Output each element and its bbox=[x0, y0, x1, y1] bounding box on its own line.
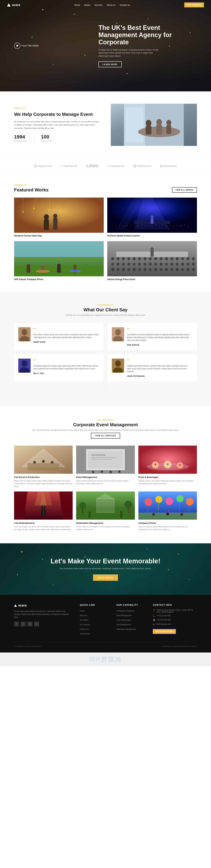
service-name-4: Live Entertainment bbox=[14, 522, 72, 524]
play-video-button[interactable]: PLAY THE VIDEO bbox=[14, 42, 39, 49]
nav-services[interactable]: Services bbox=[94, 4, 102, 6]
svg-rect-51 bbox=[151, 218, 153, 224]
svg-point-74 bbox=[144, 257, 146, 260]
testimonials-label: TESTIMONIALS bbox=[14, 304, 197, 306]
footer-cap-food[interactable]: Food & Beverages bbox=[116, 619, 131, 621]
navbar-cta-button[interactable]: GET A QUOTE bbox=[184, 2, 204, 7]
partner-logo-1: ⊙ logolpsum bbox=[34, 164, 52, 167]
svg-point-193 bbox=[152, 513, 155, 516]
testimonial-name-2: ANA GRACE bbox=[127, 344, 193, 346]
stat-established: 1994 ESTABLISHED bbox=[14, 134, 27, 142]
service-card-5[interactable]: Destination Management Auctor vitae non … bbox=[76, 492, 135, 531]
cta-quote-button[interactable]: GET A QUOTE bbox=[93, 575, 118, 581]
navbar: acara Home Works Services About Us Conta… bbox=[0, 0, 211, 10]
svg-point-92 bbox=[154, 262, 157, 266]
nav-links: Home Works Services About Us Contact Us bbox=[74, 3, 130, 6]
footer-cap-management[interactable]: Event Management bbox=[116, 615, 132, 616]
testimonial-card-4: " Habitant eget tellus euismod, interdum… bbox=[108, 354, 197, 381]
svg-point-176 bbox=[79, 502, 86, 509]
portfolio-item-4[interactable]: Delican Energy Press Event bbox=[107, 241, 197, 281]
brand-logo[interactable]: acara bbox=[7, 3, 20, 7]
portfolio-item-3[interactable]: APA Classic Company Picnic bbox=[14, 241, 104, 281]
service-card-3[interactable]: Food & Beverages Habitant mauris, rem al… bbox=[139, 445, 197, 488]
cta-title: Let's Make Your Event Memorable! bbox=[14, 557, 197, 565]
partner-logo-4: ✦ logolpsum bbox=[107, 164, 124, 168]
hero-learn-more-button[interactable]: LEARN MORE bbox=[98, 61, 122, 67]
testimonials-subtitle: Lobortis arcu ut suspendisse arcu egesta… bbox=[14, 314, 197, 316]
portfolio-image-3 bbox=[14, 241, 104, 276]
cta-banner: Let's Make Your Event Memorable! Non con… bbox=[0, 543, 211, 595]
svg-point-69 bbox=[117, 257, 119, 260]
footer-email-text: info@example.com bbox=[156, 623, 171, 625]
portfolio-item-2[interactable]: Eroforce Global Product Launch bbox=[107, 197, 197, 238]
portfolio-caption-3: APA Classic Company Picnic bbox=[14, 276, 104, 281]
svg-point-40 bbox=[159, 225, 160, 226]
svg-point-71 bbox=[127, 257, 130, 260]
wp-watermark: WP资源海 bbox=[3, 655, 208, 664]
footer-powered-by: POWERED BY EVENT MANAGEMENT AGENCY bbox=[162, 646, 197, 647]
svg-point-87 bbox=[127, 262, 130, 266]
email-icon: ✉ bbox=[153, 623, 154, 626]
nav-contact[interactable]: Contact Us bbox=[120, 4, 130, 6]
svg-rect-175 bbox=[120, 513, 123, 518]
footer-link-works[interactable]: Our Works bbox=[80, 619, 88, 621]
service-card-6[interactable]: Company Picnic Maecenas lobortis pellent… bbox=[139, 492, 197, 531]
testimonial-card-3: " Scelerisque dignissim congue augue age… bbox=[14, 354, 103, 381]
portfolio-header: PORTFOLIO Featured Works VIEW ALL WORKS bbox=[14, 184, 197, 193]
social-instagram-icon[interactable]: in bbox=[27, 622, 32, 626]
svg-rect-134 bbox=[28, 463, 59, 470]
svg-rect-61 bbox=[57, 267, 61, 273]
svg-point-108 bbox=[154, 268, 157, 271]
footer-social: f t in li bbox=[14, 622, 73, 626]
svg-point-105 bbox=[138, 268, 141, 271]
service-card-4[interactable]: Live Entertainment Amet ullamcorper sed … bbox=[14, 492, 72, 531]
social-twitter-icon[interactable]: t bbox=[21, 622, 26, 626]
svg-point-154 bbox=[154, 464, 156, 465]
service-desc-2: Donec luctus maximus nisi ultrices erat … bbox=[76, 479, 135, 485]
svg-point-31 bbox=[126, 225, 128, 226]
svg-point-73 bbox=[138, 257, 141, 260]
stat-established-label: ESTABLISHED bbox=[14, 140, 27, 142]
portfolio-image-2 bbox=[107, 197, 197, 233]
footer-cap-production[interactable]: Full-Service Production bbox=[116, 610, 134, 612]
footer-link-about[interactable]: About Us bbox=[80, 615, 87, 616]
footer-cap-entertainment[interactable]: Live Entertainment bbox=[116, 624, 131, 626]
svg-point-102 bbox=[122, 268, 125, 271]
testimonial-body-1: " Arcu varius ut luctus auctor dui sit a… bbox=[33, 327, 99, 346]
nav-works[interactable]: Works bbox=[84, 4, 90, 6]
testimonial-name-4: JOHN PETERSON bbox=[127, 375, 193, 377]
footer-link-contact[interactable]: Contact Us bbox=[80, 628, 89, 630]
service-name-3: Food & Beverages bbox=[139, 476, 197, 478]
footer-link-home[interactable]: Home bbox=[80, 610, 85, 612]
portfolio-item-1[interactable]: Hexatron Factory Open Day bbox=[14, 197, 104, 238]
about-heading: We Help Corporate to Manage Event bbox=[14, 112, 100, 117]
portfolio-title: Featured Works bbox=[14, 187, 49, 193]
nav-home[interactable]: Home bbox=[74, 4, 80, 6]
view-services-button[interactable]: VIEW ALL SERVICES bbox=[91, 433, 120, 439]
svg-point-126 bbox=[22, 360, 27, 367]
testimonial-body-4: " Habitant eget tellus euismod, interdum… bbox=[127, 359, 193, 377]
svg-point-89 bbox=[138, 262, 141, 266]
social-facebook-icon[interactable]: f bbox=[14, 622, 19, 626]
svg-point-79 bbox=[170, 257, 173, 260]
about-paragraph: Sit vestibulum cus nam portitor nisl, vi… bbox=[14, 120, 100, 130]
logos-bar: ⊙ logolpsum ∞ logolpsum LOGO ✦ logolpsum… bbox=[0, 158, 211, 174]
nav-about[interactable]: About Us bbox=[107, 4, 115, 6]
svg-point-110 bbox=[165, 268, 168, 271]
svg-point-65 bbox=[69, 270, 81, 272]
service-card-2[interactable]: Event Management Donec luctus maximus ni… bbox=[76, 445, 135, 488]
testimonial-avatar-4 bbox=[112, 359, 124, 373]
footer-link-quote[interactable]: Get A Quote bbox=[80, 633, 90, 635]
social-linkedin-icon[interactable]: li bbox=[34, 622, 39, 626]
view-all-works-button[interactable]: VIEW ALL WORKS bbox=[172, 187, 197, 193]
partner-logo-3: LOGO bbox=[86, 164, 98, 168]
hero-content: The UK's Best Event Management Agency fo… bbox=[98, 24, 183, 67]
about-image bbox=[111, 104, 197, 146]
footer-quote-button[interactable]: GET A QUOTATION bbox=[153, 629, 176, 634]
svg-point-144 bbox=[92, 471, 94, 473]
footer-cap-destination[interactable]: Destination Management bbox=[116, 628, 136, 630]
svg-point-99 bbox=[192, 262, 194, 266]
service-card-1[interactable]: Full-Service Production Mauris ultrices … bbox=[14, 445, 72, 488]
play-circle-icon bbox=[14, 42, 21, 49]
footer-link-services[interactable]: Our Services bbox=[80, 624, 90, 626]
